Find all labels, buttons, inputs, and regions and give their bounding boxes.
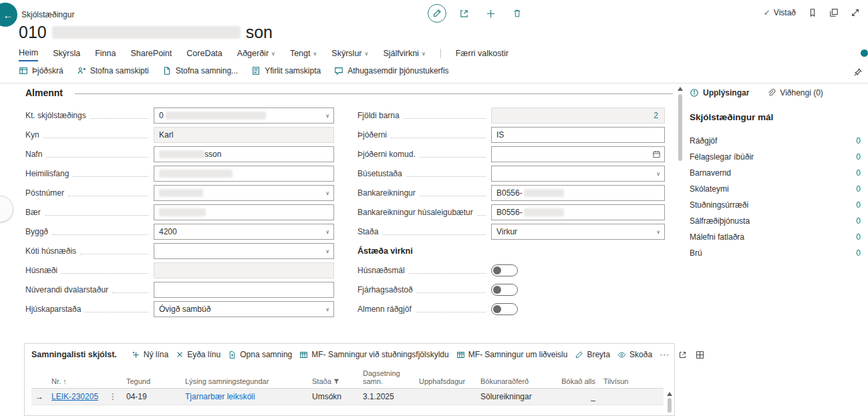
opna-samning-button[interactable]: Opna samning: [228, 350, 292, 359]
fjarhagsadstod-toggle[interactable]: [491, 284, 518, 296]
chevron-down-icon[interactable]: ∨: [325, 113, 329, 119]
postnumer-field[interactable]: ∨: [154, 185, 334, 201]
cue-count[interactable]: 0: [856, 232, 863, 242]
subpage-title[interactable]: Samningalisti skjólst.: [31, 350, 117, 359]
scrollbar-thumb[interactable]: [678, 94, 682, 161]
breyta-button[interactable]: Breyta: [575, 350, 610, 359]
koti-husnaedis-field[interactable]: ∨: [154, 243, 334, 259]
scrollbar-thumb[interactable]: [668, 398, 672, 413]
tab-sharepoint[interactable]: SharePoint: [130, 49, 172, 61]
thjoderni-komud-field[interactable]: [491, 146, 665, 162]
hjuskaparstada-field[interactable]: Óvigð sambúð∨: [154, 301, 334, 317]
stofna-samning-button[interactable]: Stofna samning...: [162, 66, 238, 75]
col-header-lysing[interactable]: Lýsing samningstegundar: [181, 376, 308, 388]
chevron-down-icon[interactable]: ∨: [325, 306, 329, 313]
popout-icon[interactable]: [829, 8, 839, 17]
col-header-upphafsdagur[interactable]: Upphafsdagur: [415, 376, 476, 388]
chevron-down-icon[interactable]: ∨: [656, 229, 660, 235]
bankareikningur-husaleigubaetur-field[interactable]: B0556-: [491, 204, 665, 220]
kt-skjolstaedings-field[interactable]: 0∨: [154, 108, 334, 124]
cell-dagsetning[interactable]: 3.1.2025: [359, 392, 415, 401]
nafn-field[interactable]: sson: [154, 146, 334, 162]
new-button[interactable]: [481, 4, 500, 23]
share-button[interactable]: [454, 4, 473, 23]
table-row[interactable]: → LEIK-230205 ⋮ 04-19 Tjarnarbær leikskó…: [31, 389, 664, 405]
cue-count[interactable]: 0: [856, 184, 863, 194]
tab-upplysingar[interactable]: Upplýsingar: [690, 88, 749, 97]
calendar-icon[interactable]: [652, 150, 661, 159]
tab-heim[interactable]: Heim: [19, 48, 38, 61]
scroll-up-arrow[interactable]: [667, 392, 672, 396]
mf-samningur-studningsfjolskyldu-button[interactable]: MF- Samningur við stuðningsfjölskyldu: [299, 350, 448, 359]
baer-field[interactable]: [154, 204, 334, 220]
col-header-stada[interactable]: Staða: [308, 376, 359, 388]
byggd-field[interactable]: 4200∨: [154, 224, 334, 240]
cell-tegund[interactable]: 04-19: [122, 392, 181, 401]
tab-coredata[interactable]: CoreData: [186, 49, 223, 61]
edit-button[interactable]: [428, 4, 446, 23]
chevron-down-icon[interactable]: ∨: [325, 190, 329, 196]
thjodskra-button[interactable]: Þjóðskrá: [19, 66, 63, 75]
col-header-nr[interactable]: Nr. ↑: [47, 376, 105, 388]
cue-count[interactable]: 0: [856, 152, 863, 162]
cell-bokunaradferd[interactable]: Sölureikningar: [476, 392, 555, 401]
athugasemdir-button[interactable]: Athugasemdir þjónustukerfis: [334, 66, 448, 75]
notification-dot[interactable]: [861, 49, 868, 57]
mf-samningur-lidveislu-button[interactable]: MF- Samningur um liðveislu: [456, 350, 568, 359]
table-scrollbar[interactable]: [667, 392, 672, 413]
cue-studningsurraedi[interactable]: Stuðningsúrræði0: [690, 197, 863, 213]
cue-count[interactable]: 0: [856, 168, 863, 178]
stofna-samskipti-button[interactable]: Stofna samskipti: [77, 66, 149, 75]
cue-bru[interactable]: Brú0: [690, 245, 863, 261]
overflow-menu-icon[interactable]: ···: [660, 350, 670, 359]
col-header-tilvisun[interactable]: Tilvísun: [599, 376, 646, 388]
chevron-down-icon[interactable]: ∨: [325, 248, 329, 254]
share-icon[interactable]: [678, 351, 687, 359]
cue-barnavernd[interactable]: Barnavernd0: [690, 165, 863, 181]
tab-skyrslur[interactable]: Skýrslur∨: [331, 49, 368, 61]
chevron-down-icon[interactable]: ∨: [656, 171, 660, 177]
heimilisfang-field[interactable]: [154, 166, 334, 182]
cue-malefni-fatladra[interactable]: Málefni fatlaðra0: [690, 229, 863, 245]
cue-skolateymi[interactable]: Skólateymi0: [690, 181, 863, 197]
ny-lina-button[interactable]: Ný lína: [132, 350, 168, 359]
cue-radgjof[interactable]: Ráðgjöf0: [690, 133, 863, 149]
contract-nr-link[interactable]: LEIK-230205: [51, 392, 98, 401]
chevron-down-icon[interactable]: ∨: [325, 229, 329, 235]
bankareikningur-field[interactable]: B0556-: [491, 185, 665, 201]
tab-sjalfvirkni[interactable]: Sjálfvirkni∨: [383, 49, 425, 61]
cell-lysing[interactable]: Tjarnarbær leikskóli: [185, 392, 255, 401]
cell-bokad-alls[interactable]: _: [555, 392, 599, 401]
expand-icon[interactable]: [851, 8, 860, 17]
nuverandi-dvalarstadur-field[interactable]: [154, 282, 334, 298]
skoda-button[interactable]: Skoða: [617, 350, 652, 359]
back-button[interactable]: ←: [0, 3, 17, 27]
cue-count[interactable]: 0: [856, 136, 863, 146]
cell-stada[interactable]: Umsókn: [308, 392, 359, 401]
tab-adgerdir[interactable]: Aðgerðir∨: [237, 49, 275, 61]
thjoderni-field[interactable]: IS: [491, 127, 665, 143]
busetustada-field[interactable]: ∨: [491, 166, 665, 182]
pin-icon[interactable]: [853, 67, 863, 77]
cue-count[interactable]: 0: [856, 216, 863, 226]
cue-salfraedithjonusta[interactable]: Sálfræðiþjónusta0: [690, 213, 863, 229]
row-menu-icon[interactable]: ⋮: [105, 392, 122, 401]
tab-skyrsla[interactable]: Skýrsla: [53, 49, 80, 61]
col-header-bokad-alls[interactable]: Bókað alls: [555, 376, 599, 388]
bookmark-icon[interactable]: [808, 8, 817, 17]
cue-count[interactable]: 0: [856, 200, 863, 210]
tab-tengt[interactable]: Tengt∨: [290, 49, 317, 61]
col-header-dagsetning[interactable]: Dagsetning samn.: [359, 368, 415, 388]
main-scrollbar[interactable]: [677, 87, 684, 342]
cue-felagslegar-ibudir[interactable]: Félagslegar íbúðir0: [690, 149, 863, 165]
scroll-up-arrow[interactable]: [678, 87, 683, 91]
tab-faerri-valkostir[interactable]: Færri valkostir: [456, 49, 509, 61]
col-header-bokunaradferd[interactable]: Bókunaraðferð: [476, 376, 555, 388]
delete-button[interactable]: [508, 4, 527, 23]
stada-field[interactable]: Virkur∨: [491, 224, 665, 240]
tab-finna[interactable]: Finna: [95, 49, 116, 61]
almenn-radgjof-toggle[interactable]: [491, 303, 518, 315]
yfirlit-samskipta-button[interactable]: Yfirlit samskipta: [251, 66, 321, 75]
tab-vidhengi[interactable]: Viðhengi (0): [766, 88, 823, 97]
col-header-tegund[interactable]: Tegund: [122, 376, 181, 388]
